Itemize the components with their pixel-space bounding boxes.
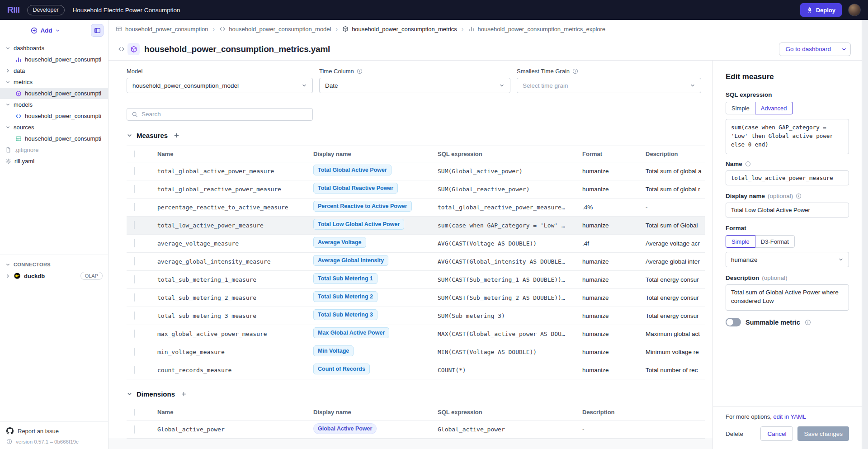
dimension-row[interactable]: Global_active_powerGlobal Active PowerGl… [127,421,705,439]
info-icon[interactable] [796,193,802,199]
breadcrumb-item[interactable]: household_power_consumption_metrics [342,26,457,33]
format-cell: humanize [575,312,638,319]
sidebar-folder-models[interactable]: models [0,99,108,110]
measure-row[interactable]: total_low_active_power_measureTotal Low … [127,217,705,235]
sidebar-file-gitignore[interactable]: .gitignore [0,144,108,156]
row-checkbox[interactable] [134,239,135,247]
measure-row[interactable]: min_voltage_measureMin VoltageMIN(CAST(V… [127,343,705,361]
column-header: Name [150,409,306,416]
go-to-dashboard-caret[interactable] [837,43,851,56]
sidebar-folder-sources[interactable]: sources [0,122,108,133]
sql-expression-cell: COUNT(*) [430,367,575,373]
view-code-button[interactable] [116,44,127,55]
breadcrumb-label: household_power_consumption [125,26,208,33]
info-icon[interactable] [572,68,578,74]
format-cell: .4f [575,240,638,247]
row-checkbox[interactable] [134,275,135,284]
chevron-down-icon[interactable] [127,132,132,138]
measure-row[interactable]: total_global_reactive_power_measureTotal… [127,180,705,199]
measure-row[interactable]: total_sub_metering_3_measureTotal Sub Me… [127,307,705,325]
row-checkbox[interactable] [134,257,135,265]
row-checkbox[interactable] [134,425,135,434]
go-to-dashboard-button[interactable]: Go to dashboard [779,43,837,56]
display-name-pill: Total Sub Metering 1 [313,273,377,284]
measure-row[interactable]: total_sub_metering_2_measureTotal Sub Me… [127,289,705,307]
format-tab-d3[interactable]: D3-Format [755,235,795,248]
format-select[interactable]: humanize [726,252,849,267]
info-icon[interactable] [357,68,363,74]
sidebar-folder-metrics[interactable]: metrics [0,76,108,88]
row-checkbox[interactable] [134,293,135,302]
column-header: SQL expression [430,409,575,416]
format-cell: humanize [575,186,638,193]
scrollbar-gutter[interactable] [862,20,868,449]
add-measure-button[interactable] [172,131,181,140]
cancel-button[interactable]: Cancel [760,426,793,441]
measure-row[interactable]: count_records_measureCount of RecordsCOU… [127,361,705,379]
measure-row[interactable]: percentage_reactive_to_active_measurePer… [127,199,705,217]
sidebar-folder-data[interactable]: data [0,65,108,76]
time-grain-select[interactable]: Select time grain [517,78,701,93]
sidebar-file-item[interactable]: household_power_consumptio... [0,54,108,65]
edit-in-yaml-link[interactable]: edit in YAML [774,413,807,420]
page-title: household_power_consumption_metrics.yaml [144,44,330,54]
add-dimension-button[interactable] [179,389,188,398]
breadcrumb-item[interactable]: household_power_consumption_metrics_expl… [468,26,606,33]
breadcrumb-item[interactable]: household_power_consumption [116,26,208,33]
olap-badge: OLAP [80,272,103,280]
row-checkbox[interactable] [134,203,135,211]
go-to-dashboard-split-button: Go to dashboard [779,43,851,56]
add-button[interactable]: Add [0,23,91,38]
sidebar-file-item[interactable]: household_power_consumptio... [0,88,108,99]
sql-tab-simple[interactable]: Simple [726,102,755,114]
measure-row[interactable]: average_global_intensity_measureAverage … [127,253,705,271]
breadcrumb-item[interactable]: household_power_consumption_model [219,26,331,33]
sidebar-file-item[interactable]: household_power_consumptio... [0,133,108,144]
display-name-pill: Min Voltage [313,345,354,356]
format-cell: humanize [575,331,638,337]
user-avatar[interactable] [848,4,861,16]
sql-expression-cell: SUM(Global_active_power) [430,168,575,175]
save-changes-button[interactable]: Save changes [797,426,849,441]
connector-duckdb[interactable]: duckdb OLAP [0,269,108,282]
select-all-checkbox[interactable] [134,151,135,157]
sidebar-folder-dashboards[interactable]: dashboards [0,43,108,54]
chevron-down-icon[interactable] [127,391,132,397]
row-checkbox[interactable] [134,348,135,356]
sql-tab-advanced[interactable]: Advanced [755,102,793,114]
time-column-select[interactable]: Date [319,78,510,93]
measure-row[interactable]: max_global_active_power_measureMax Globa… [127,325,705,343]
summable-toggle[interactable] [726,318,741,326]
report-issue-link[interactable]: Report an issue [6,427,102,435]
row-checkbox[interactable] [134,366,135,374]
row-checkbox[interactable] [134,167,135,175]
sql-expression-input[interactable]: sum(case when GAP_category = 'Low' then … [726,119,849,154]
format-tab-simple[interactable]: Simple [726,235,755,248]
description-input[interactable]: Total sum of Global Active Power where c… [726,284,849,311]
measure-name: max_global_active_power_measure [150,331,306,337]
name-input[interactable] [726,170,849,185]
model-select[interactable]: household_power_consumption_model [127,78,313,93]
file-label: household_power_consumptio... [25,135,101,142]
row-checkbox[interactable] [134,185,135,193]
row-checkbox[interactable] [134,221,135,229]
info-icon[interactable] [805,319,811,326]
measure-row[interactable]: total_global_active_power_measureTotal G… [127,162,705,180]
info-icon[interactable] [745,161,751,167]
measure-row[interactable]: total_sub_metering_1_measureTotal Sub Me… [127,271,705,289]
row-checkbox[interactable] [134,312,135,320]
sql-expression-label: SQL expression [726,91,849,98]
connectors-header[interactable]: CONNECTORS [0,260,108,269]
chevron-down-icon [5,262,10,267]
row-checkbox[interactable] [134,330,135,338]
select-all-checkbox[interactable] [134,409,135,416]
description-cell: Total sum of Global [638,222,705,229]
deploy-button[interactable]: Deploy [800,3,842,17]
sidebar-file-item[interactable]: household_power_consumptio... [0,110,108,122]
measure-row[interactable]: average_voltage_measureAverage VoltageAV… [127,235,705,253]
delete-button[interactable]: Delete [726,430,743,437]
search-input[interactable] [142,111,308,118]
sidebar-file-rill.yaml[interactable]: rill.yaml [0,156,108,167]
display-name-input[interactable] [726,203,849,217]
sidebar-collapse-button[interactable] [91,24,104,37]
